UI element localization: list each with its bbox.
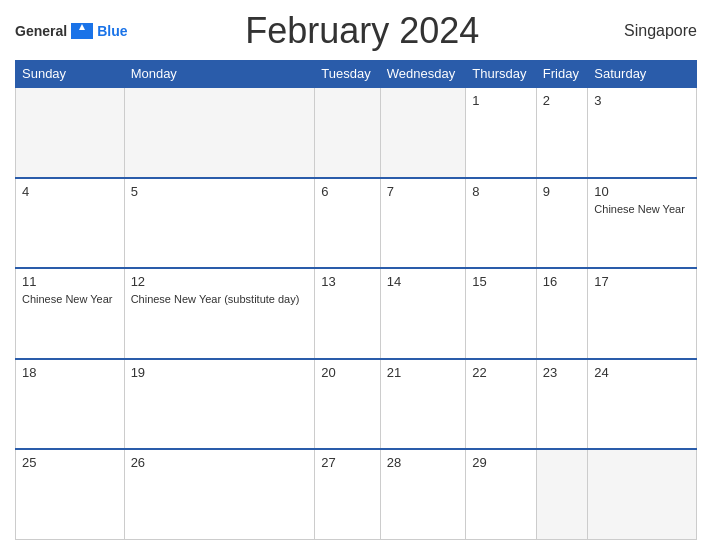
day-cell: 22 xyxy=(466,359,537,450)
day-number: 23 xyxy=(543,365,582,380)
day-cell: 10Chinese New Year xyxy=(588,178,697,269)
header-saturday: Saturday xyxy=(588,61,697,88)
calendar-region: Singapore xyxy=(597,22,697,40)
day-number: 24 xyxy=(594,365,690,380)
day-cell: 1 xyxy=(466,87,537,178)
day-number: 20 xyxy=(321,365,373,380)
day-cell xyxy=(124,87,315,178)
week-row-1: 45678910Chinese New Year xyxy=(16,178,697,269)
day-cell: 4 xyxy=(16,178,125,269)
week-row-0: 123 xyxy=(16,87,697,178)
day-cell: 7 xyxy=(380,178,465,269)
logo-general: General xyxy=(15,23,67,39)
day-number: 17 xyxy=(594,274,690,289)
calendar-table: Sunday Monday Tuesday Wednesday Thursday… xyxy=(15,60,697,540)
day-cell: 13 xyxy=(315,268,380,359)
header-tuesday: Tuesday xyxy=(315,61,380,88)
day-number: 18 xyxy=(22,365,118,380)
day-cell xyxy=(380,87,465,178)
day-number: 22 xyxy=(472,365,530,380)
day-number: 27 xyxy=(321,455,373,470)
header-sunday: Sunday xyxy=(16,61,125,88)
day-cell: 20 xyxy=(315,359,380,450)
day-cell: 2 xyxy=(536,87,588,178)
day-cell: 5 xyxy=(124,178,315,269)
day-cell xyxy=(536,449,588,540)
logo-flag-icon xyxy=(71,23,93,39)
week-row-2: 11Chinese New Year12Chinese New Year (su… xyxy=(16,268,697,359)
day-cell: 19 xyxy=(124,359,315,450)
day-cell: 21 xyxy=(380,359,465,450)
day-number: 11 xyxy=(22,274,118,289)
header-wednesday: Wednesday xyxy=(380,61,465,88)
header-friday: Friday xyxy=(536,61,588,88)
day-cell: 15 xyxy=(466,268,537,359)
day-cell: 9 xyxy=(536,178,588,269)
day-number: 25 xyxy=(22,455,118,470)
day-cell: 16 xyxy=(536,268,588,359)
day-cell: 11Chinese New Year xyxy=(16,268,125,359)
day-number: 29 xyxy=(472,455,530,470)
logo-blue: Blue xyxy=(97,23,127,39)
day-cell: 26 xyxy=(124,449,315,540)
day-cell xyxy=(588,449,697,540)
day-number: 1 xyxy=(472,93,530,108)
calendar-page: General Blue February 2024 Singapore Sun… xyxy=(0,0,712,550)
day-cell: 25 xyxy=(16,449,125,540)
day-number: 10 xyxy=(594,184,690,199)
day-cell: 3 xyxy=(588,87,697,178)
day-cell xyxy=(315,87,380,178)
day-cell: 14 xyxy=(380,268,465,359)
day-number: 19 xyxy=(131,365,309,380)
day-number: 4 xyxy=(22,184,118,199)
svg-rect-1 xyxy=(71,31,93,39)
day-number: 5 xyxy=(131,184,309,199)
day-number: 9 xyxy=(543,184,582,199)
day-number: 16 xyxy=(543,274,582,289)
event-label: Chinese New Year xyxy=(22,293,113,305)
day-cell: 18 xyxy=(16,359,125,450)
day-cell: 27 xyxy=(315,449,380,540)
day-number: 3 xyxy=(594,93,690,108)
day-cell: 29 xyxy=(466,449,537,540)
days-header-row: Sunday Monday Tuesday Wednesday Thursday… xyxy=(16,61,697,88)
day-number: 8 xyxy=(472,184,530,199)
day-cell: 6 xyxy=(315,178,380,269)
day-cell: 12Chinese New Year (substitute day) xyxy=(124,268,315,359)
day-cell: 24 xyxy=(588,359,697,450)
day-number: 6 xyxy=(321,184,373,199)
day-number: 7 xyxy=(387,184,459,199)
day-cell: 23 xyxy=(536,359,588,450)
day-cell xyxy=(16,87,125,178)
day-number: 13 xyxy=(321,274,373,289)
day-number: 14 xyxy=(387,274,459,289)
day-number: 28 xyxy=(387,455,459,470)
day-number: 12 xyxy=(131,274,309,289)
day-number: 15 xyxy=(472,274,530,289)
calendar-title: February 2024 xyxy=(127,10,597,52)
day-cell: 8 xyxy=(466,178,537,269)
day-number: 2 xyxy=(543,93,582,108)
week-row-3: 18192021222324 xyxy=(16,359,697,450)
day-number: 26 xyxy=(131,455,309,470)
event-label: Chinese New Year (substitute day) xyxy=(131,293,300,305)
day-cell: 28 xyxy=(380,449,465,540)
header-thursday: Thursday xyxy=(466,61,537,88)
day-cell: 17 xyxy=(588,268,697,359)
day-number: 21 xyxy=(387,365,459,380)
week-row-4: 2526272829 xyxy=(16,449,697,540)
header-monday: Monday xyxy=(124,61,315,88)
logo: General Blue xyxy=(15,23,127,39)
calendar-header: General Blue February 2024 Singapore xyxy=(15,10,697,52)
event-label: Chinese New Year xyxy=(594,203,685,215)
